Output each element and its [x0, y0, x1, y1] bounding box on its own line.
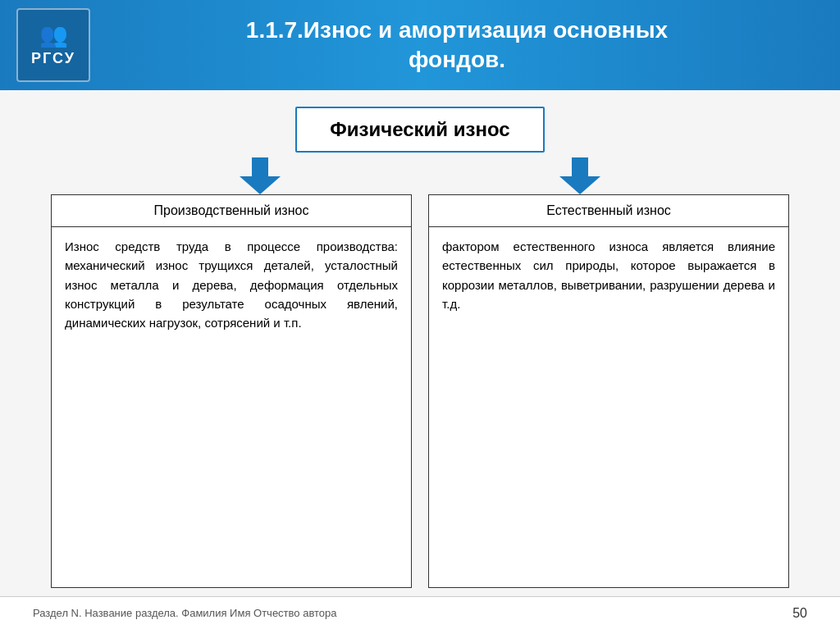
logo-icon: 👥: [39, 24, 68, 47]
footer-page-number: 50: [792, 606, 807, 621]
main-content: Физический износ Производственный износ …: [0, 90, 840, 596]
page-title: 1.1.7.Износ и амортизация основных фондо…: [90, 16, 824, 75]
logo: 👥 РГСУ: [16, 8, 90, 82]
left-column-body: Износ средств труда в процессе производс…: [52, 227, 411, 587]
right-arrow-icon: [559, 157, 600, 194]
left-column-header: Производственный износ: [52, 195, 411, 227]
right-column-body: фактором естественного износа является в…: [429, 227, 788, 587]
central-concept-box: Физический износ: [295, 107, 544, 153]
central-concept-label: Физический износ: [330, 118, 509, 140]
title-line2: фондов.: [409, 47, 505, 72]
right-column-header: Естественный износ: [429, 195, 788, 227]
footer: Раздел N. Название раздела. Фамилия Имя …: [0, 596, 840, 629]
arrows-row: [100, 157, 740, 194]
columns-container: Производственный износ Износ средств тру…: [51, 194, 789, 588]
logo-text: РГСУ: [31, 50, 75, 67]
header: 👥 РГСУ 1.1.7.Износ и амортизация основны…: [0, 0, 840, 90]
left-arrow-icon: [240, 157, 281, 194]
left-column: Производственный износ Износ средств тру…: [51, 194, 412, 588]
footer-text: Раздел N. Название раздела. Фамилия Имя …: [33, 607, 337, 619]
right-column: Естественный износ фактором естественног…: [428, 194, 789, 588]
title-line1: 1.1.7.Износ и амортизация основных: [246, 17, 668, 43]
